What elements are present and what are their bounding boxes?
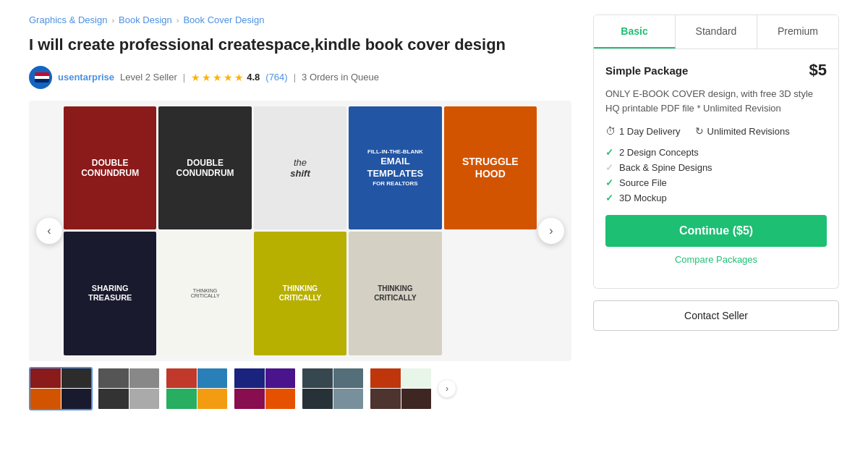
star-5: ★ bbox=[234, 72, 244, 83]
package-features: ✓ 2 Design Concepts ✓ Back & Spine Desig… bbox=[605, 147, 827, 203]
book-cover-4: FILL-IN-THE-BLANKEMAILTEMPLATESFOR REALT… bbox=[349, 106, 441, 230]
package-description: ONLY E-BOOK COVER design, with free 3D s… bbox=[605, 87, 827, 115]
divider-2: | bbox=[294, 72, 296, 83]
image-grid: DOUBLECONUNDRUM DOUBLECONUNDRUM theshift… bbox=[29, 101, 571, 361]
breadcrumb-graphics[interactable]: Graphics & Design bbox=[29, 14, 107, 25]
thumbnail-next[interactable]: › bbox=[438, 380, 456, 397]
check-icon-2: ✓ bbox=[605, 162, 613, 173]
book-cover-1: DOUBLECONUNDRUM bbox=[64, 106, 156, 230]
package-header: Simple Package $5 bbox=[605, 61, 827, 80]
main-image-container: ‹ DOUBLECONUNDRUM DOUBLECONUNDRUM theshi… bbox=[29, 101, 571, 361]
delivery-meta: ⏱ 1 Day Delivery bbox=[605, 125, 681, 137]
book-cover-5: STRUGGLEHOOD bbox=[444, 106, 537, 230]
revisions-label: Unlimited Revisions bbox=[707, 126, 790, 137]
book-cover-2: DOUBLECONUNDRUM bbox=[158, 106, 251, 230]
thumbnail-6[interactable] bbox=[369, 367, 433, 410]
feature-2: ✓ Back & Spine Designs bbox=[605, 162, 827, 173]
feature-label-2: Back & Spine Designs bbox=[619, 162, 712, 173]
tab-basic[interactable]: Basic bbox=[594, 15, 676, 48]
feature-label-4: 3D Mockup bbox=[619, 193, 667, 203]
feature-3: ✓ Source File bbox=[605, 177, 827, 188]
book-cover-6: SHARINGTREASURE bbox=[64, 232, 156, 355]
thumbnail-strip: › bbox=[29, 367, 571, 410]
thumbnail-1[interactable] bbox=[29, 367, 93, 410]
right-panel: Basic Standard Premium Simple Package $5… bbox=[593, 14, 839, 410]
rating-value: 4.8 bbox=[247, 72, 260, 83]
thumbnail-2[interactable] bbox=[97, 367, 161, 410]
contact-section: Contact Seller bbox=[593, 300, 839, 331]
check-icon-3: ✓ bbox=[605, 177, 613, 188]
divider: | bbox=[183, 72, 185, 83]
package-body: Simple Package $5 ONLY E-BOOK COVER desi… bbox=[593, 49, 839, 289]
thumbnail-3[interactable] bbox=[165, 367, 229, 410]
thumbnail-5[interactable] bbox=[301, 367, 365, 410]
seller-row: usentarprise Level 2 Seller | ★ ★ ★ ★ ★ … bbox=[29, 66, 571, 89]
flag-icon bbox=[35, 72, 49, 83]
breadcrumb-sep-2: › bbox=[176, 16, 179, 25]
package-price: $5 bbox=[809, 61, 827, 80]
gig-title: I will create professional createspace,k… bbox=[29, 34, 571, 56]
clock-icon: ⏱ bbox=[605, 125, 616, 137]
breadcrumb-book-cover[interactable]: Book Cover Design bbox=[183, 14, 264, 25]
tab-premium[interactable]: Premium bbox=[757, 15, 838, 48]
tab-standard[interactable]: Standard bbox=[676, 15, 757, 48]
check-icon-4: ✓ bbox=[605, 193, 613, 203]
seller-name[interactable]: usentarprise bbox=[58, 72, 114, 83]
book-cover-7: THINKINGCRITICALLY bbox=[158, 232, 251, 355]
package-meta: ⏱ 1 Day Delivery ↻ Unlimited Revisions bbox=[605, 125, 827, 137]
star-2: ★ bbox=[202, 72, 211, 83]
book-cover-9: THINKINGCRITICALLY bbox=[349, 232, 441, 355]
star-4: ★ bbox=[224, 72, 233, 83]
check-icon-1: ✓ bbox=[605, 147, 613, 158]
book-cover-8: THINKINGCRITICALLY bbox=[254, 232, 346, 355]
contact-seller-button[interactable]: Contact Seller bbox=[593, 300, 839, 331]
refresh-icon: ↻ bbox=[695, 125, 704, 137]
breadcrumb-book-design[interactable]: Book Design bbox=[119, 14, 172, 25]
package-tabs: Basic Standard Premium bbox=[593, 14, 839, 49]
left-panel: Graphics & Design › Book Design › Book C… bbox=[29, 14, 571, 410]
compare-packages-link[interactable]: Compare Packages bbox=[605, 254, 827, 265]
feature-4: ✓ 3D Mockup bbox=[605, 193, 827, 203]
breadcrumb-sep-1: › bbox=[111, 16, 114, 25]
continue-button[interactable]: Continue ($5) bbox=[605, 215, 827, 247]
book-cover-3: theshift bbox=[254, 106, 346, 230]
feature-1: ✓ 2 Design Concepts bbox=[605, 147, 827, 158]
avatar bbox=[29, 66, 52, 89]
breadcrumb: Graphics & Design › Book Design › Book C… bbox=[29, 14, 571, 25]
revisions-meta: ↻ Unlimited Revisions bbox=[695, 125, 790, 137]
feature-label-1: 2 Design Concepts bbox=[619, 147, 699, 158]
package-name: Simple Package bbox=[605, 64, 688, 77]
next-arrow[interactable]: › bbox=[538, 218, 564, 244]
delivery-label: 1 Day Delivery bbox=[619, 126, 681, 137]
review-count[interactable]: (764) bbox=[265, 72, 287, 83]
prev-arrow[interactable]: ‹ bbox=[36, 218, 62, 244]
rating-stars: ★ ★ ★ ★ ★ 4.8 bbox=[191, 72, 260, 83]
star-1: ★ bbox=[191, 72, 200, 83]
feature-label-3: Source File bbox=[619, 177, 667, 188]
queue-info: 3 Orders in Queue bbox=[302, 72, 379, 83]
thumbnail-4[interactable] bbox=[233, 367, 297, 410]
seller-level: Level 2 Seller bbox=[120, 72, 177, 83]
star-3: ★ bbox=[213, 72, 222, 83]
